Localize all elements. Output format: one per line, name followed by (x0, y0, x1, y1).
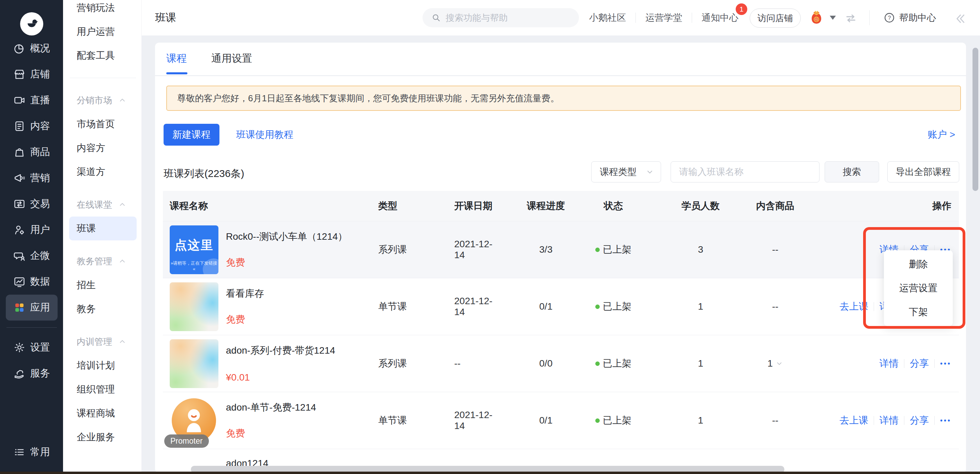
sidebar-item-内容[interactable]: 内容 (6, 113, 57, 139)
sidebar-item-营销[interactable]: 营销 (6, 165, 57, 191)
submenu-item-培训计划[interactable]: 培训计划 (63, 354, 142, 378)
collapse-panel-icon[interactable] (953, 11, 967, 27)
course-name-input[interactable]: 请输入班课名称 (671, 161, 819, 182)
menu-item-下架[interactable]: 下架 (884, 300, 953, 324)
row-action-详情[interactable]: 详情 (880, 414, 899, 427)
submenu-section-在线课堂[interactable]: 在线课堂 (63, 193, 142, 217)
sidebar-item-label: 直播 (30, 93, 50, 107)
cell-start-date: -- (454, 335, 502, 392)
sidebar-item-应用[interactable]: 应用 (6, 295, 57, 321)
sidebar-item-直播[interactable]: 直播 (6, 87, 57, 113)
sidebar-item-企微[interactable]: 企微 (6, 243, 57, 269)
topbar-link-label: 运营学堂 (645, 13, 682, 23)
action-divider (904, 416, 904, 425)
submenu-item-配套工具[interactable]: 配套工具 (63, 44, 142, 67)
submenu-item-label: 课程商城 (77, 407, 115, 420)
row-action-分享[interactable]: 分享 (910, 357, 929, 370)
new-course-button[interactable]: 新建课程 (164, 124, 220, 145)
sidebar-item-label: 设置 (30, 341, 50, 354)
sidebar-item-设置[interactable]: 设置 (6, 335, 57, 361)
more-actions-button[interactable]: ••• (940, 417, 951, 425)
status-dot-icon (595, 361, 600, 366)
chevron-up-icon (118, 96, 126, 104)
row-action-分享[interactable]: 分享 (910, 414, 929, 427)
menu-item-删除[interactable]: 删除 (884, 252, 953, 276)
apps-icon (13, 302, 25, 314)
sidebar-item-店铺[interactable]: 店铺 (6, 61, 57, 87)
submenu-section-label: 内训管理 (77, 336, 112, 348)
submenu-section-分销市场[interactable]: 分销市场 (63, 88, 142, 112)
avatar-caret-icon[interactable] (830, 16, 836, 20)
help-center-link[interactable]: ? 帮助中心 (884, 0, 936, 35)
topbar-link-label: 通知中心 (702, 13, 738, 23)
submenu-item-label: 渠道方 (77, 165, 105, 178)
course-type-select[interactable]: 课程类型 (591, 161, 661, 182)
submenu-item-招生[interactable]: 招生 (63, 273, 142, 297)
sidebar-item-label: 交易 (30, 197, 50, 211)
submenu-item-营销玩法[interactable]: 营销玩法 (63, 0, 142, 20)
tab-课程[interactable]: 课程 (166, 51, 187, 74)
submenu-item-教务[interactable]: 教务 (63, 297, 142, 321)
submenu-item-市场首页[interactable]: 市场首页 (63, 112, 142, 136)
more-actions-button[interactable]: ••• (940, 360, 951, 368)
submenu-item-课程商城[interactable]: 课程商城 (63, 401, 142, 425)
row-action-去上课[interactable]: 去上课 (840, 300, 868, 313)
row-action-去上课[interactable]: 去上课 (840, 414, 868, 427)
submenu-item-用户运营[interactable]: 用户运营 (63, 20, 142, 44)
course-thumbnail[interactable]: Promoter (170, 396, 218, 445)
cell-included-goods[interactable]: 1 (754, 335, 797, 392)
tutorial-link[interactable]: 班课使用教程 (236, 124, 293, 145)
topbar-link-运营学堂[interactable]: 运营学堂 (645, 11, 682, 24)
cell-progress: 0/1 (523, 392, 568, 449)
vertical-scrollbar[interactable] (972, 48, 978, 191)
topbar-link-通知中心[interactable]: 通知中心1 (702, 11, 738, 24)
submenu-item-内容方[interactable]: 内容方 (63, 136, 142, 160)
topbar-divider (869, 10, 870, 25)
sidebar-item-label: 服务 (30, 367, 50, 380)
goose-logo[interactable] (20, 12, 43, 35)
sidebar-item-数据[interactable]: 数据 (6, 269, 57, 295)
sidebar-item-label: 营销 (30, 171, 50, 185)
course-thumbnail[interactable] (170, 339, 218, 388)
course-price: 免费 (226, 427, 245, 440)
account-link[interactable]: 账户 > (928, 124, 955, 145)
course-thumbnail[interactable]: 点这里»请稍等，正在下发链接 « (170, 225, 218, 274)
submenu-item-组织管理[interactable]: 组织管理 (63, 378, 142, 401)
goods-icon (13, 146, 25, 158)
goods-expand-chevron-icon[interactable] (776, 360, 783, 367)
submenu-item-班课[interactable]: 班课 (69, 217, 137, 240)
submenu-section-教务管理[interactable]: 教务管理 (63, 249, 142, 273)
cell-progress: 0/0 (523, 335, 568, 392)
avatar[interactable]: 福 (807, 8, 826, 27)
submenu-item-label: 用户运营 (77, 25, 115, 38)
cell-course-type: 单节课 (378, 278, 407, 335)
submenu-item-企业服务[interactable]: 企业服务 (63, 425, 142, 449)
course-thumbnail[interactable] (170, 282, 218, 331)
course-name[interactable]: adon-单节-免费-1214 (226, 401, 316, 414)
global-search-input[interactable]: 搜索功能与帮助 (423, 8, 579, 27)
sidebar-item-用户[interactable]: 用户 (6, 217, 57, 243)
sidebar-item-常用[interactable]: 常用 (6, 439, 57, 465)
cell-included-goods: -- (754, 221, 797, 278)
sidebar-item-概况[interactable]: 概况 (6, 35, 57, 61)
sidebar-item-服务[interactable]: 服务 (6, 361, 57, 386)
menu-item-运营设置[interactable]: 运营设置 (884, 276, 953, 300)
primary-sidebar: 概况店铺直播内容商品营销交易用户企微数据应用 设置服务 常用 (0, 0, 63, 474)
row-action-详情[interactable]: 详情 (880, 357, 899, 370)
export-all-button[interactable]: 导出全部课程 (887, 161, 959, 182)
sidebar-item-交易[interactable]: 交易 (6, 191, 57, 217)
main-panel: 课程通用设置 尊敬的客户您好，6月1日起至各地线下复课期间，您可免费使用班课功能… (155, 43, 966, 473)
submenu-item-渠道方[interactable]: 渠道方 (63, 160, 142, 184)
visit-shop-button[interactable]: 访问店铺 (750, 8, 801, 28)
course-name[interactable]: adon-系列-付费-带货1214 (226, 344, 335, 357)
search-button[interactable]: 搜索 (825, 161, 879, 182)
course-name[interactable]: Rock0--测试小车单（1214） (226, 230, 347, 243)
sidebar-item-商品[interactable]: 商品 (6, 139, 57, 165)
topbar-link-小鹅社区[interactable]: 小鹅社区 (589, 11, 626, 24)
course-name[interactable]: 看看库存 (226, 287, 264, 300)
settings-icon (13, 342, 25, 354)
tab-通用设置[interactable]: 通用设置 (211, 51, 252, 74)
submenu-section-内训管理[interactable]: 内训管理 (63, 330, 142, 354)
cell-status: 已上架 (593, 221, 634, 278)
switch-account-icon[interactable] (844, 11, 858, 27)
